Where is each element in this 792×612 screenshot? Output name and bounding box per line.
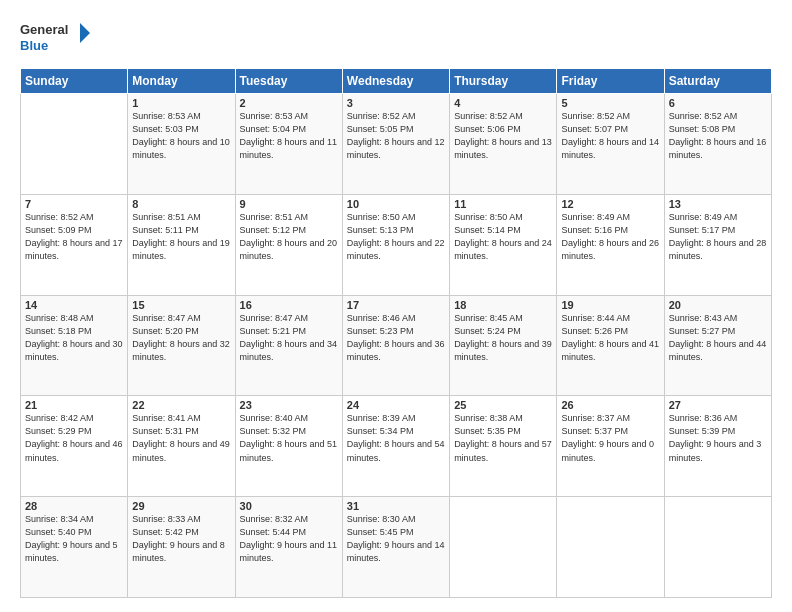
day-info: Sunrise: 8:30 AMSunset: 5:45 PMDaylight:… — [347, 513, 445, 565]
day-number: 8 — [132, 198, 230, 210]
day-number: 11 — [454, 198, 552, 210]
day-number: 13 — [669, 198, 767, 210]
calendar-cell: 21Sunrise: 8:42 AMSunset: 5:29 PMDayligh… — [21, 396, 128, 497]
svg-marker-2 — [80, 23, 90, 43]
day-info: Sunrise: 8:53 AMSunset: 5:03 PMDaylight:… — [132, 110, 230, 162]
day-number: 28 — [25, 500, 123, 512]
day-info: Sunrise: 8:32 AMSunset: 5:44 PMDaylight:… — [240, 513, 338, 565]
day-info: Sunrise: 8:52 AMSunset: 5:09 PMDaylight:… — [25, 211, 123, 263]
day-number: 6 — [669, 97, 767, 109]
weekday-header: Friday — [557, 69, 664, 94]
day-number: 31 — [347, 500, 445, 512]
day-info: Sunrise: 8:47 AMSunset: 5:20 PMDaylight:… — [132, 312, 230, 364]
weekday-header: Thursday — [450, 69, 557, 94]
day-info: Sunrise: 8:33 AMSunset: 5:42 PMDaylight:… — [132, 513, 230, 565]
day-info: Sunrise: 8:52 AMSunset: 5:05 PMDaylight:… — [347, 110, 445, 162]
day-number: 14 — [25, 299, 123, 311]
calendar-cell: 13Sunrise: 8:49 AMSunset: 5:17 PMDayligh… — [664, 194, 771, 295]
day-info: Sunrise: 8:49 AMSunset: 5:17 PMDaylight:… — [669, 211, 767, 263]
calendar-cell: 5Sunrise: 8:52 AMSunset: 5:07 PMDaylight… — [557, 94, 664, 195]
calendar-cell: 29Sunrise: 8:33 AMSunset: 5:42 PMDayligh… — [128, 497, 235, 598]
day-number: 15 — [132, 299, 230, 311]
day-info: Sunrise: 8:44 AMSunset: 5:26 PMDaylight:… — [561, 312, 659, 364]
weekday-header: Tuesday — [235, 69, 342, 94]
day-number: 7 — [25, 198, 123, 210]
calendar-cell: 19Sunrise: 8:44 AMSunset: 5:26 PMDayligh… — [557, 295, 664, 396]
day-info: Sunrise: 8:53 AMSunset: 5:04 PMDaylight:… — [240, 110, 338, 162]
day-info: Sunrise: 8:39 AMSunset: 5:34 PMDaylight:… — [347, 412, 445, 464]
calendar-cell: 22Sunrise: 8:41 AMSunset: 5:31 PMDayligh… — [128, 396, 235, 497]
day-number: 16 — [240, 299, 338, 311]
day-info: Sunrise: 8:42 AMSunset: 5:29 PMDaylight:… — [25, 412, 123, 464]
day-info: Sunrise: 8:52 AMSunset: 5:06 PMDaylight:… — [454, 110, 552, 162]
weekday-header: Wednesday — [342, 69, 449, 94]
calendar-week-row: 28Sunrise: 8:34 AMSunset: 5:40 PMDayligh… — [21, 497, 772, 598]
calendar-cell: 17Sunrise: 8:46 AMSunset: 5:23 PMDayligh… — [342, 295, 449, 396]
day-info: Sunrise: 8:50 AMSunset: 5:14 PMDaylight:… — [454, 211, 552, 263]
day-info: Sunrise: 8:37 AMSunset: 5:37 PMDaylight:… — [561, 412, 659, 464]
day-number: 5 — [561, 97, 659, 109]
calendar-cell: 4Sunrise: 8:52 AMSunset: 5:06 PMDaylight… — [450, 94, 557, 195]
day-number: 30 — [240, 500, 338, 512]
logo: General Blue — [20, 18, 90, 58]
day-number: 26 — [561, 399, 659, 411]
calendar-cell: 1Sunrise: 8:53 AMSunset: 5:03 PMDaylight… — [128, 94, 235, 195]
calendar-cell — [450, 497, 557, 598]
calendar-cell: 31Sunrise: 8:30 AMSunset: 5:45 PMDayligh… — [342, 497, 449, 598]
day-number: 17 — [347, 299, 445, 311]
weekday-header: Saturday — [664, 69, 771, 94]
day-number: 20 — [669, 299, 767, 311]
calendar-cell: 23Sunrise: 8:40 AMSunset: 5:32 PMDayligh… — [235, 396, 342, 497]
calendar-cell: 30Sunrise: 8:32 AMSunset: 5:44 PMDayligh… — [235, 497, 342, 598]
day-number: 10 — [347, 198, 445, 210]
weekday-header: Monday — [128, 69, 235, 94]
logo-svg: General Blue — [20, 18, 90, 58]
day-info: Sunrise: 8:45 AMSunset: 5:24 PMDaylight:… — [454, 312, 552, 364]
calendar-week-row: 1Sunrise: 8:53 AMSunset: 5:03 PMDaylight… — [21, 94, 772, 195]
svg-text:General: General — [20, 22, 68, 37]
day-info: Sunrise: 8:46 AMSunset: 5:23 PMDaylight:… — [347, 312, 445, 364]
day-number: 1 — [132, 97, 230, 109]
day-info: Sunrise: 8:49 AMSunset: 5:16 PMDaylight:… — [561, 211, 659, 263]
calendar-cell: 9Sunrise: 8:51 AMSunset: 5:12 PMDaylight… — [235, 194, 342, 295]
day-info: Sunrise: 8:40 AMSunset: 5:32 PMDaylight:… — [240, 412, 338, 464]
day-info: Sunrise: 8:50 AMSunset: 5:13 PMDaylight:… — [347, 211, 445, 263]
calendar-cell: 3Sunrise: 8:52 AMSunset: 5:05 PMDaylight… — [342, 94, 449, 195]
day-number: 22 — [132, 399, 230, 411]
calendar-week-row: 7Sunrise: 8:52 AMSunset: 5:09 PMDaylight… — [21, 194, 772, 295]
day-number: 24 — [347, 399, 445, 411]
day-number: 23 — [240, 399, 338, 411]
day-number: 18 — [454, 299, 552, 311]
day-info: Sunrise: 8:52 AMSunset: 5:07 PMDaylight:… — [561, 110, 659, 162]
day-info: Sunrise: 8:41 AMSunset: 5:31 PMDaylight:… — [132, 412, 230, 464]
calendar-cell: 28Sunrise: 8:34 AMSunset: 5:40 PMDayligh… — [21, 497, 128, 598]
calendar-cell: 2Sunrise: 8:53 AMSunset: 5:04 PMDaylight… — [235, 94, 342, 195]
day-info: Sunrise: 8:43 AMSunset: 5:27 PMDaylight:… — [669, 312, 767, 364]
day-number: 29 — [132, 500, 230, 512]
calendar-cell: 18Sunrise: 8:45 AMSunset: 5:24 PMDayligh… — [450, 295, 557, 396]
svg-text:Blue: Blue — [20, 38, 48, 53]
calendar-week-row: 21Sunrise: 8:42 AMSunset: 5:29 PMDayligh… — [21, 396, 772, 497]
day-info: Sunrise: 8:51 AMSunset: 5:11 PMDaylight:… — [132, 211, 230, 263]
calendar-cell — [664, 497, 771, 598]
calendar-cell: 15Sunrise: 8:47 AMSunset: 5:20 PMDayligh… — [128, 295, 235, 396]
day-number: 19 — [561, 299, 659, 311]
calendar-cell: 25Sunrise: 8:38 AMSunset: 5:35 PMDayligh… — [450, 396, 557, 497]
calendar-cell: 12Sunrise: 8:49 AMSunset: 5:16 PMDayligh… — [557, 194, 664, 295]
calendar-cell: 6Sunrise: 8:52 AMSunset: 5:08 PMDaylight… — [664, 94, 771, 195]
page: General Blue SundayMondayTuesdayWednesda… — [0, 0, 792, 612]
day-info: Sunrise: 8:38 AMSunset: 5:35 PMDaylight:… — [454, 412, 552, 464]
calendar-cell: 11Sunrise: 8:50 AMSunset: 5:14 PMDayligh… — [450, 194, 557, 295]
calendar-cell: 20Sunrise: 8:43 AMSunset: 5:27 PMDayligh… — [664, 295, 771, 396]
header: General Blue — [20, 18, 772, 58]
calendar-cell: 26Sunrise: 8:37 AMSunset: 5:37 PMDayligh… — [557, 396, 664, 497]
day-number: 3 — [347, 97, 445, 109]
weekday-header: Sunday — [21, 69, 128, 94]
day-info: Sunrise: 8:51 AMSunset: 5:12 PMDaylight:… — [240, 211, 338, 263]
day-info: Sunrise: 8:34 AMSunset: 5:40 PMDaylight:… — [25, 513, 123, 565]
day-info: Sunrise: 8:47 AMSunset: 5:21 PMDaylight:… — [240, 312, 338, 364]
day-number: 25 — [454, 399, 552, 411]
calendar-header-row: SundayMondayTuesdayWednesdayThursdayFrid… — [21, 69, 772, 94]
calendar-cell: 7Sunrise: 8:52 AMSunset: 5:09 PMDaylight… — [21, 194, 128, 295]
day-number: 21 — [25, 399, 123, 411]
